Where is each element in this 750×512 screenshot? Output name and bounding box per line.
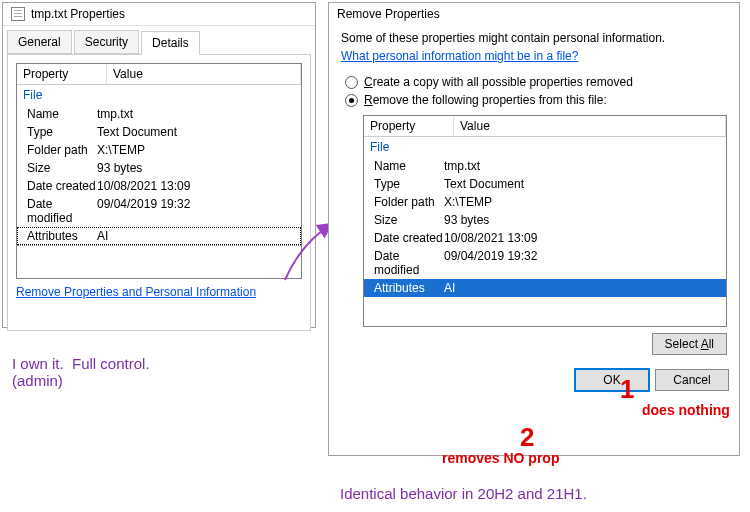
col-property[interactable]: Property: [17, 64, 107, 84]
tab-general[interactable]: General: [7, 30, 72, 54]
dialog-description: Some of these properties might contain p…: [341, 31, 727, 49]
prop-row-attributes[interactable]: AttributesAI: [17, 227, 301, 245]
col-property[interactable]: Property: [364, 116, 454, 136]
personal-info-link[interactable]: What personal information might be in a …: [341, 49, 578, 63]
prop-row[interactable]: Nametmp.txt: [17, 105, 301, 123]
prop-row[interactable]: Date modified09/04/2019 19:32: [17, 195, 301, 227]
prop-row[interactable]: TypeText Document: [17, 123, 301, 141]
radio-icon: [345, 94, 358, 107]
property-list[interactable]: Property Value File Nametmp.txt TypeText…: [363, 115, 727, 327]
window-title: tmp.txt Properties: [31, 7, 125, 21]
annotation-ownership: I own it. Full control. (admin): [12, 355, 150, 389]
tab-strip: General Security Details: [3, 26, 315, 54]
prop-row[interactable]: Date created10/08/2021 13:09: [364, 229, 726, 247]
annotation-does-nothing: does nothing: [642, 402, 730, 418]
annotation-num2: 2: [520, 422, 534, 453]
prop-row[interactable]: Size93 bytes: [364, 211, 726, 229]
annotation-removes-no: removes NO prop: [442, 450, 559, 466]
group-file: File: [364, 137, 726, 157]
list-header: Property Value: [17, 64, 301, 85]
ok-button[interactable]: OK: [575, 369, 649, 391]
prop-row[interactable]: Size93 bytes: [17, 159, 301, 177]
remove-properties-window: Remove Properties Some of these properti…: [328, 2, 740, 456]
remove-properties-link[interactable]: Remove Properties and Personal Informati…: [16, 279, 256, 301]
document-icon: [11, 7, 25, 21]
group-file: File: [17, 85, 301, 105]
tab-details[interactable]: Details: [141, 31, 200, 55]
list-header: Property Value: [364, 116, 726, 137]
titlebar: Remove Properties: [329, 3, 739, 25]
prop-row[interactable]: Date modified09/04/2019 19:32: [364, 247, 726, 279]
radio-remove-following[interactable]: Remove the following properties from thi…: [345, 91, 727, 109]
select-all-button[interactable]: Select All: [652, 333, 727, 355]
properties-window: tmp.txt Properties General Security Deta…: [2, 2, 316, 328]
dialog-body: Some of these properties might contain p…: [329, 25, 739, 363]
annotation-num1: 1: [620, 374, 634, 405]
cancel-button[interactable]: Cancel: [655, 369, 729, 391]
prop-row[interactable]: Nametmp.txt: [364, 157, 726, 175]
prop-row[interactable]: Date created10/08/2021 13:09: [17, 177, 301, 195]
property-list[interactable]: Property Value File Nametmp.txt TypeText…: [16, 63, 302, 279]
annotation-identical: Identical behavior in 20H2 and 21H1.: [340, 485, 587, 502]
col-value[interactable]: Value: [107, 64, 301, 84]
tab-security[interactable]: Security: [74, 30, 139, 54]
details-panel: Property Value File Nametmp.txt TypeText…: [7, 54, 311, 331]
col-value[interactable]: Value: [454, 116, 726, 136]
prop-row-attributes[interactable]: AttributesAI: [364, 279, 726, 297]
prop-row[interactable]: Folder pathX:\TEMP: [364, 193, 726, 211]
prop-row[interactable]: Folder pathX:\TEMP: [17, 141, 301, 159]
radio-icon: [345, 76, 358, 89]
prop-row[interactable]: TypeText Document: [364, 175, 726, 193]
radio-create-copy[interactable]: Create a copy with all possible properti…: [345, 73, 727, 91]
window-title: Remove Properties: [337, 7, 440, 21]
titlebar: tmp.txt Properties: [3, 3, 315, 26]
